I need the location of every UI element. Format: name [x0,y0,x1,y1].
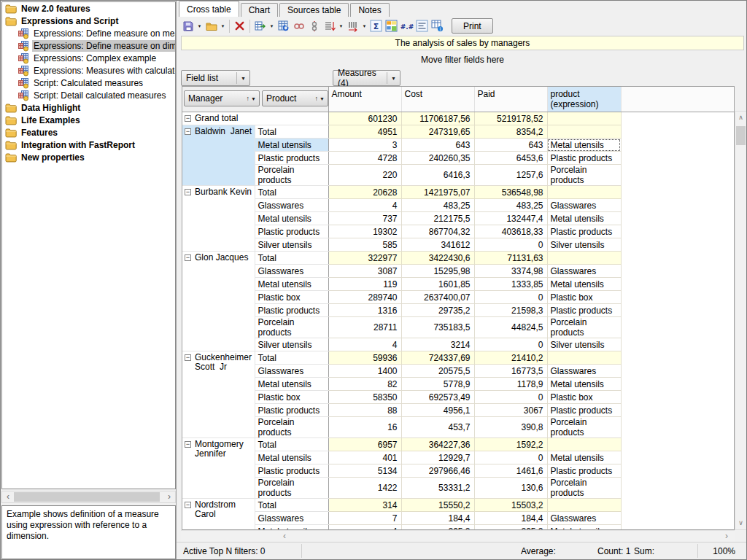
product-cell[interactable]: Glasswares [255,199,328,212]
open-button[interactable] [204,18,219,34]
measures-button[interactable]: Measures (4) ▼ [333,70,400,86]
expression-cell[interactable] [547,499,621,512]
paid-cell[interactable]: 0 [474,451,547,464]
collapse-icon[interactable]: − [185,441,191,448]
paid-cell[interactable]: 3374,98 [474,265,547,278]
product-cell[interactable]: Plastic products [255,464,328,478]
open-dropdown-icon[interactable]: ▼ [219,18,227,34]
cost-cell[interactable]: 867704,32 [401,225,474,238]
scroll-right-icon[interactable]: › [164,491,174,502]
print-button[interactable]: Print [452,18,493,34]
column-header-paid[interactable]: Paid [474,87,547,112]
amount-cell[interactable]: 16 [328,417,401,438]
tree-example-item[interactable]: Expressions: Complex example [2,52,175,64]
product-cell[interactable]: Glasswares [255,365,328,378]
expression-cell[interactable]: Plastic box [547,291,621,304]
paid-cell[interactable]: 1257,6 [474,165,547,186]
manager-cell[interactable]: −Glon Jacques [182,252,255,351]
tree-folder-item[interactable]: Data Highlight [2,101,175,114]
tab-cross-table[interactable]: Cross table [179,1,239,17]
paid-cell[interactable]: 205,2 [474,525,547,531]
column-width-dropdown-icon[interactable]: ▼ [360,18,368,34]
paid-cell[interactable]: 643 [474,139,547,152]
paid-cell[interactable]: 71131,63 [474,252,547,265]
product-cell[interactable]: Porcelain products [255,478,328,499]
expression-cell[interactable]: Metal utensils [547,212,621,225]
chevron-down-icon[interactable]: ▼ [387,76,400,81]
manager-cell[interactable]: −Burbank Kevin [182,186,255,252]
amount-cell[interactable]: 58350 [328,391,401,404]
paid-cell[interactable]: 390,8 [474,417,547,438]
product-cell[interactable]: Metal utensils [255,212,328,225]
collapse-icon[interactable]: − [185,128,191,135]
amount-cell[interactable]: 59936 [328,351,401,365]
amount-cell[interactable]: 314 [328,499,401,512]
expression-cell[interactable]: Plastic box [547,391,621,404]
product-cell[interactable]: Glasswares [255,265,328,278]
amount-cell[interactable]: 1400 [328,365,401,378]
paid-cell[interactable]: 16773,5 [474,365,547,378]
column-header-amount[interactable]: Amount [328,87,401,112]
filter-dropdown-icon[interactable]: ▼ [318,96,328,101]
cost-cell[interactable]: 15550,2 [401,499,474,512]
cost-cell[interactable]: 735183,5 [401,317,474,338]
product-cell[interactable]: Plastic products [255,404,328,417]
amount-cell[interactable]: 4 [328,525,401,531]
tree-example-item[interactable]: Expressions: Define measure on measur [2,27,175,39]
expression-cell[interactable]: Plastic products [547,225,621,238]
expression-cell[interactable] [547,438,621,451]
cost-cell[interactable]: 453,7 [401,417,474,438]
manager-cell[interactable]: −Guckenheimer Scott Jr [182,351,255,438]
expression-cell[interactable]: Plastic products [547,404,621,417]
product-cell[interactable]: Total [255,351,328,365]
product-cell[interactable]: Plastic box [255,391,328,404]
amount-cell[interactable]: 6957 [328,438,401,451]
product-cell[interactable]: Total [255,125,328,139]
scrollbar-thumb[interactable] [14,492,160,502]
product-cell[interactable]: Glasswares [255,512,328,525]
paid-cell[interactable]: 6453,6 [474,152,547,165]
expression-cell[interactable]: Metal utensils [547,378,621,391]
product-cell[interactable]: Metal utensils [255,278,328,291]
paid-cell[interactable]: 21410,2 [474,351,547,365]
scroll-right-icon[interactable]: › [721,532,732,542]
product-cell[interactable]: Total [255,499,328,512]
cost-cell[interactable]: 3214 [401,338,474,351]
paid-cell[interactable]: 8354,2 [474,125,547,139]
expression-cell[interactable]: Porcelain products [547,165,621,186]
paid-cell[interactable]: 1592,2 [474,438,547,451]
expression-cell[interactable] [547,351,621,365]
cost-cell[interactable]: 247319,65 [401,125,474,139]
tab-chart[interactable]: Chart [241,3,278,17]
collapse-icon[interactable]: − [185,254,191,261]
cost-cell[interactable]: 12929,7 [401,451,474,464]
product-cell[interactable]: Porcelain products [255,317,328,338]
paid-cell[interactable]: 15503,2 [474,499,547,512]
product-cell[interactable]: Total [255,252,328,265]
expression-cell[interactable]: Porcelain products [547,317,621,338]
cost-cell[interactable]: 184,4 [401,512,474,525]
scroll-left-icon[interactable]: ‹ [279,532,290,542]
tree-example-item[interactable]: Expressions: Define measure on dimensi [2,39,175,52]
row-height-dropdown-icon[interactable]: ▼ [337,18,345,34]
scroll-left-icon[interactable]: ‹ [3,491,13,502]
save-dropdown-icon[interactable]: ▼ [196,18,204,34]
expression-cell[interactable]: Metal utensils [547,525,621,531]
column-width-button[interactable] [345,18,360,34]
paid-cell[interactable]: 5219178,52 [474,112,547,125]
number-format-button[interactable]: #.# [399,18,414,34]
cost-cell[interactable]: 205,2 [401,525,474,531]
tree-horizontal-scrollbar[interactable]: ‹ › [1,491,176,503]
amount-cell[interactable]: 737 [328,212,401,225]
export-button[interactable] [252,18,268,34]
expression-cell[interactable]: Glasswares [547,512,621,525]
tree-folder-item[interactable]: Life Examples [2,114,175,126]
paid-cell[interactable]: 403618,33 [474,225,547,238]
amount-cell[interactable]: 1422 [328,478,401,499]
paid-cell[interactable]: 1461,6 [474,464,547,478]
scrollbar-thumb[interactable] [736,126,746,145]
cost-cell[interactable]: 53331,2 [401,478,474,499]
cost-cell[interactable]: 341612 [401,238,474,252]
filter-dropdown-icon[interactable]: ▼ [249,96,259,101]
highlight-button[interactable] [384,18,399,34]
